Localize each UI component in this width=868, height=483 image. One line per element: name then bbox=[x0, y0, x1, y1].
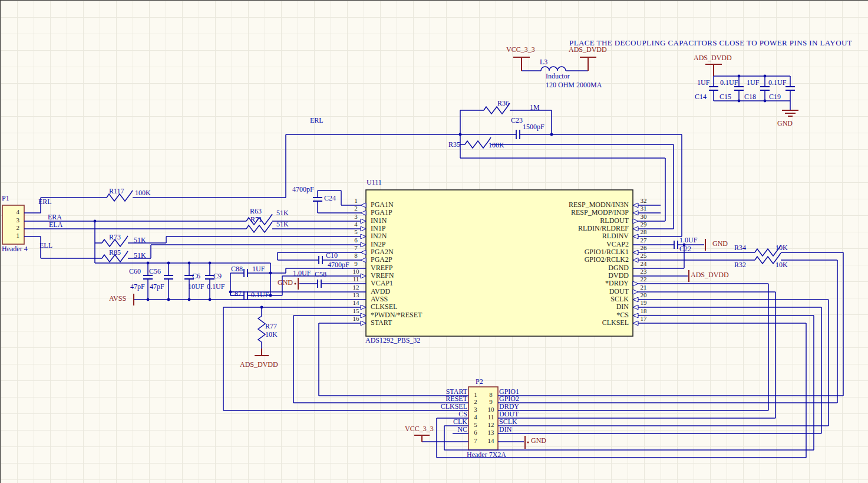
p2-pin-num: 6 bbox=[470, 429, 481, 436]
u111-pin-name: IN2P bbox=[371, 241, 385, 248]
p2-right-label: DIN bbox=[499, 426, 511, 433]
r117-value: 100K bbox=[135, 189, 151, 197]
r71-value: 51K bbox=[276, 221, 289, 228]
u111-pin-num: 7 bbox=[348, 245, 364, 252]
c56-ref: C56 bbox=[149, 268, 161, 275]
p1-pin-3: 3 bbox=[8, 217, 19, 224]
u111-pin-num: 30 bbox=[636, 213, 651, 221]
r117-ref: R117 bbox=[109, 188, 124, 195]
p2-pin-num: 5 bbox=[470, 422, 481, 429]
u111-pin-name: RLDINV bbox=[558, 232, 629, 240]
p1-pin-4: 4 bbox=[8, 209, 19, 216]
r34-value: 10K bbox=[775, 244, 788, 252]
c24-ref: C24 bbox=[324, 195, 336, 202]
u111-pin-num: 29 bbox=[636, 221, 651, 228]
u111-pin-num: 24 bbox=[636, 261, 651, 268]
u111-pin-num: 8 bbox=[348, 252, 364, 259]
p2-pin-num: 8 bbox=[486, 392, 496, 399]
schematic-graphics bbox=[1, 1, 868, 483]
u111-pin-num: 4 bbox=[348, 221, 364, 228]
r32-value: 10K bbox=[775, 261, 788, 269]
u111-pin-num: 19 bbox=[636, 300, 651, 307]
p1-ref: P1 bbox=[2, 195, 9, 202]
ads-dvdd-r77-label: ADS_DVDD bbox=[240, 361, 278, 369]
u111-pin-name: IN2N bbox=[371, 232, 387, 240]
u111-pin-name: *PWDN/*RESET bbox=[371, 311, 422, 319]
u111-pin-num: 18 bbox=[636, 308, 651, 315]
c19-ref: C19 bbox=[769, 93, 781, 101]
u111-pin-num: 10 bbox=[348, 268, 364, 275]
r63-value: 51K bbox=[276, 209, 289, 217]
p2-left-label: CLKSEL bbox=[438, 403, 467, 410]
u111-pin-name: VCAP2 bbox=[558, 241, 629, 248]
c9-value: 0.1UF bbox=[207, 283, 225, 291]
p2-pin-num: 2 bbox=[470, 399, 481, 406]
p2-right-label: GPIO2 bbox=[499, 395, 519, 403]
c19-value: 0.1UF bbox=[768, 79, 786, 87]
p1-pin-1: 1 bbox=[8, 232, 19, 239]
c87-ref: C87 bbox=[230, 290, 242, 298]
era-net-label: ERA bbox=[48, 213, 62, 221]
r73-value: 51K bbox=[134, 236, 146, 244]
bank-gnd-label: GND bbox=[777, 120, 793, 127]
u111-pin-name: RLDOUT bbox=[558, 217, 629, 225]
u111-pin-num: 15 bbox=[348, 308, 364, 315]
l3-value: 120 OHM 2000MA bbox=[546, 81, 602, 89]
u111-pin-name: PGA2P bbox=[371, 256, 392, 264]
c87-value: 0.1UF bbox=[251, 291, 269, 299]
u111-part: ADS1292_PBS_32 bbox=[365, 337, 420, 344]
u111-pin-num: 5 bbox=[348, 229, 364, 236]
l3-ref: L3 bbox=[540, 58, 547, 66]
c22-value: 1.0UF bbox=[679, 236, 697, 244]
r34-ref: R34 bbox=[734, 244, 746, 252]
gnd-c58-label: GND bbox=[278, 279, 293, 287]
r36-value: 1M bbox=[530, 104, 540, 111]
c18-ref: C18 bbox=[744, 93, 756, 101]
c56-value: 47pF bbox=[150, 283, 164, 291]
u111-pin-num: 25 bbox=[636, 252, 651, 259]
u111-pin-num: 21 bbox=[636, 284, 651, 291]
p2-pin-num: 4 bbox=[470, 414, 481, 421]
inductor-coil[interactable] bbox=[541, 67, 566, 71]
gnd-c22-label: GND bbox=[712, 240, 728, 248]
u111-pin-name: GPIO2/RCLK2 bbox=[558, 256, 629, 264]
u111-pin-name: RESP_MODN/IN3N bbox=[558, 201, 629, 209]
p2-right-label: DRDY bbox=[499, 403, 519, 410]
vcc33-bottom-label: VCC_3_3 bbox=[405, 425, 434, 433]
r85-ref: R85 bbox=[109, 249, 121, 257]
p2-pin-num: 3 bbox=[470, 406, 481, 413]
l3-desc: Inductor bbox=[546, 73, 570, 80]
c18-value: 1UF bbox=[747, 79, 759, 87]
r63-ref: R63 bbox=[250, 208, 262, 215]
u111-pin-num: 23 bbox=[636, 268, 651, 275]
c14-value: 1UF bbox=[697, 79, 709, 87]
p2-ref: P2 bbox=[476, 378, 483, 386]
u111-pin-num: 17 bbox=[636, 316, 651, 323]
u111-pin-num: 20 bbox=[636, 292, 651, 299]
u111-pin-name: VREFP bbox=[371, 264, 392, 272]
c6-value: 10UF bbox=[188, 283, 204, 291]
r77-value: 10K bbox=[265, 331, 278, 339]
p2-left-label: NC bbox=[438, 426, 467, 433]
u111-pin-name: IN1N bbox=[371, 217, 387, 225]
c23-value: 1500pF bbox=[523, 123, 544, 131]
u111-pin-num: 26 bbox=[636, 245, 651, 252]
p2-pin-num: 13 bbox=[486, 429, 496, 436]
u111-pin-name: START bbox=[371, 319, 392, 327]
erl-net-label: ERL bbox=[38, 198, 52, 206]
u111-pin-num: 22 bbox=[636, 276, 651, 283]
u111-pin-name: DIN bbox=[558, 303, 629, 311]
p2-left-label: CS bbox=[438, 410, 467, 418]
ads-dvdd-top-label: ADS_DVDD bbox=[569, 46, 607, 54]
c22-ref: C22 bbox=[679, 245, 691, 253]
u111-pin-name: IN1P bbox=[371, 225, 385, 232]
u111-pin-num: 3 bbox=[348, 213, 364, 221]
u111-pin-name: AVSS bbox=[371, 295, 388, 303]
u111-pin-name: PGA2N bbox=[371, 248, 394, 256]
c58-value: 1.0UF bbox=[293, 270, 311, 277]
p2-pin-num: 11 bbox=[486, 414, 496, 421]
r73-ref: R73 bbox=[109, 234, 121, 241]
c58-ref: C58 bbox=[315, 271, 326, 278]
u111-pin-num: 31 bbox=[636, 205, 651, 212]
u111-pin-name: CLKSEL bbox=[558, 319, 629, 327]
